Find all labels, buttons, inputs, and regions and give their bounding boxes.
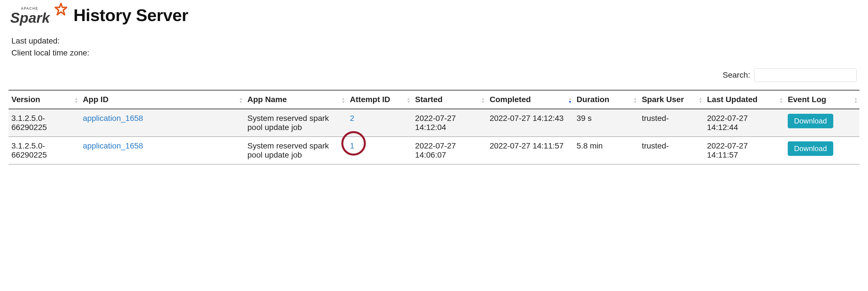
cell-event-log: Download [785,109,860,137]
table-header-row: Version ▲▼ App ID ▲▼ App Name ▲▼ Attempt… [8,90,860,109]
cell-spark-user: trusted- [639,137,704,164]
sort-icon: ▲▼ [341,97,345,103]
download-button[interactable]: Download [788,141,833,156]
app-id-link[interactable]: application_1658 [83,114,143,123]
attempt-id-link[interactable]: 1 [350,141,354,150]
search-bar: Search: [8,60,860,90]
cell-app-id: application_1658 [80,109,245,137]
col-header-app-id[interactable]: App ID ▲▼ [80,90,245,109]
page-title: History Server [73,5,188,25]
last-updated-line: Last updated: [11,36,860,45]
cell-last-updated: 2022-07-27 14:12:44 [704,109,785,137]
sort-icon: ▲▼ [568,97,572,103]
col-header-started[interactable]: Started ▲▼ [412,90,487,109]
timezone-line: Client local time zone: [11,48,860,58]
cell-version: 3.1.2.5.0-66290225 [8,137,80,164]
sort-icon: ▲▼ [779,97,783,103]
cell-attempt-id: 2 [347,109,412,137]
cell-duration: 5.8 min [574,137,639,164]
attempt-id-link[interactable]: 2 [350,114,354,123]
cell-event-log: Download [785,137,860,164]
timezone-label: Client local time zone: [11,48,89,57]
col-header-app-name[interactable]: App Name ▲▼ [245,90,347,109]
cell-completed: 2022-07-27 14:12:43 [487,109,574,137]
col-header-spark-user[interactable]: Spark User ▲▼ [639,90,704,109]
cell-started: 2022-07-27 14:06:07 [412,137,487,164]
table-row: 3.1.2.5.0-66290225application_1658System… [8,109,860,137]
app-id-link[interactable]: application_1658 [83,141,143,150]
cell-app-id: application_1658 [80,137,245,164]
logo-spark-text: Spark [10,10,51,26]
cell-attempt-id: 1 [347,137,412,164]
cell-spark-user: trusted- [639,109,704,137]
page-header: APACHE Spark History Server [8,0,860,34]
col-header-event-log[interactable]: Event Log ▲▼ [785,90,860,109]
applications-table: Version ▲▼ App ID ▲▼ App Name ▲▼ Attempt… [8,90,860,164]
download-button[interactable]: Download [788,114,833,128]
col-header-version[interactable]: Version ▲▼ [8,90,80,109]
sort-icon: ▲▼ [74,97,78,103]
spark-logo-icon: APACHE Spark [10,2,67,28]
cell-last-updated: 2022-07-27 14:11:57 [704,137,785,164]
col-header-attempt-id[interactable]: Attempt ID ▲▼ [347,90,412,109]
search-label: Search: [723,70,750,79]
col-header-duration[interactable]: Duration ▲▼ [574,90,639,109]
cell-completed: 2022-07-27 14:11:57 [487,137,574,164]
sort-icon: ▲▼ [481,97,485,103]
sort-icon: ▲▼ [699,97,703,103]
cell-started: 2022-07-27 14:12:04 [412,109,487,137]
cell-app-name: System reserved spark pool update job [245,109,347,137]
cell-app-name: System reserved spark pool update job [245,137,347,164]
sort-icon: ▲▼ [239,97,243,103]
col-header-completed[interactable]: Completed ▲▼ [487,90,574,109]
sort-icon: ▲▼ [406,97,410,103]
logo-star-icon [55,3,67,15]
cell-duration: 39 s [574,109,639,137]
search-input[interactable] [754,68,857,82]
sort-icon: ▲▼ [633,97,638,103]
cell-version: 3.1.2.5.0-66290225 [8,109,80,137]
table-row: 3.1.2.5.0-66290225application_1658System… [8,137,860,164]
col-header-last-updated[interactable]: Last Updated ▲▼ [704,90,785,109]
sort-icon: ▲▼ [854,97,858,103]
last-updated-label: Last updated: [11,36,60,45]
